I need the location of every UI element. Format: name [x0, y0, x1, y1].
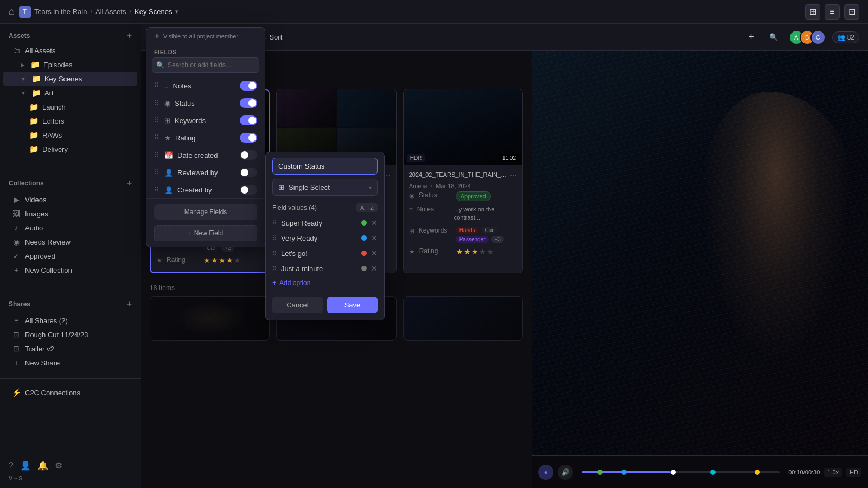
fields-panel-footer: Manage Fields [146, 198, 265, 225]
drag-handle-keywords: ⠿ [154, 117, 159, 124]
profile-icon[interactable]: 👤 [20, 460, 31, 471]
field-item-date-created[interactable]: ⠿ 📅 Date created [146, 146, 265, 164]
home-icon[interactable]: ⌂ [9, 6, 15, 17]
member-count-badge[interactable]: 👥 82 [832, 31, 859, 43]
breadcrumb-project: Tears in the Rain [34, 8, 87, 16]
value-dot-1[interactable] [361, 220, 367, 226]
value-close-3[interactable]: ✕ [371, 249, 378, 258]
sidebar-item-audio[interactable]: ♪ Audio [3, 221, 137, 235]
field-item-reviewed-by[interactable]: ⠿ 👤 Reviewed by [146, 164, 265, 181]
settings-icon[interactable]: ⚙ [55, 460, 62, 471]
help-icon[interactable]: ? [9, 461, 14, 471]
manage-fields-button[interactable]: Manage Fields [154, 204, 257, 220]
value-dot-3[interactable] [361, 251, 367, 256]
sidebar-item-rough-cut[interactable]: ⊡ Rough Cut 11/24/23 [3, 328, 137, 342]
asset-card-3[interactable]: HDR 11:02 2024_02_TEARS_IN_THE_RAIN_CAR_… [403, 89, 523, 273]
value-dot-4[interactable] [361, 266, 367, 271]
timecode-current: 00:10 [788, 469, 803, 476]
play-button[interactable]: ● [538, 465, 553, 480]
sidebar-item-new-collection[interactable]: + New Collection [3, 263, 137, 277]
dialog-type-select[interactable]: ⊞ Single Select ▾ [272, 179, 378, 196]
cancel-button[interactable]: Cancel [272, 297, 323, 313]
sidebar-item-trailer-v2[interactable]: ⊡ Trailer v2 [3, 342, 137, 356]
sidebar-item-images[interactable]: 🖼 Images [3, 207, 137, 221]
asset-more-3[interactable]: ··· [510, 171, 517, 181]
asset-card-4[interactable] [150, 296, 270, 341]
sidebar-item-raws[interactable]: 📁 RAWs [3, 128, 137, 142]
top-nav-right: ⊞ ≡ ⊡ [805, 4, 859, 20]
audio-label: Audio [25, 224, 43, 232]
notifications-icon[interactable]: 🔔 [37, 460, 48, 471]
delivery-icon: 📁 [29, 145, 38, 153]
keywords-icon-3: ⊞ [409, 227, 414, 235]
reviewed-toggle[interactable] [240, 168, 257, 177]
field-item-created-by[interactable]: ⠿ 👤 Created by [146, 181, 265, 198]
custom-status-name-input[interactable] [272, 158, 378, 175]
fields-search-input[interactable] [152, 57, 259, 73]
tag-extra-3: +3 [491, 236, 503, 243]
volume-button[interactable]: 🔊 [558, 465, 573, 480]
approved-icon: ✓ [12, 252, 21, 260]
value-close-4[interactable]: ✕ [371, 264, 378, 273]
breadcrumb-all-assets[interactable]: All Assets [95, 8, 126, 16]
notes-toggle[interactable] [240, 81, 257, 91]
sidebar-item-editors[interactable]: 📁 Editors [3, 114, 137, 128]
rain-streaks [532, 51, 868, 455]
sidebar-item-episodes[interactable]: ▶ 📁 Episodes [3, 57, 137, 72]
view-btn-3[interactable]: ⊡ [844, 4, 859, 20]
value-drag-4: ⠿ [272, 265, 277, 272]
sidebar-item-c2c[interactable]: ⚡ C2C Connections [3, 386, 137, 400]
created-toggle[interactable] [240, 185, 257, 195]
status-toggle[interactable] [240, 98, 257, 108]
add-button[interactable]: + [744, 29, 758, 45]
breadcrumb-key-scenes[interactable]: Key Scenes [135, 8, 172, 16]
needs-review-icon: ◉ [12, 237, 21, 246]
keywords-toggle[interactable] [240, 115, 257, 125]
value-close-1[interactable]: ✕ [371, 219, 378, 227]
date-toggle[interactable] [240, 150, 257, 160]
save-button[interactable]: Save [327, 297, 378, 313]
breadcrumb-sep1: / [90, 8, 92, 16]
field-item-notes[interactable]: ⠿ ≡ Notes [146, 77, 265, 94]
view-btn-1[interactable]: ⊞ [805, 4, 820, 20]
sidebar-item-new-share[interactable]: + New Share [3, 356, 137, 370]
add-asset-button[interactable]: + [127, 31, 132, 40]
field-item-rating[interactable]: ⠿ ★ Rating [146, 129, 265, 146]
sidebar-item-all-assets[interactable]: 🗂 All Assets [3, 43, 137, 57]
az-sort-button[interactable]: A→Z [356, 203, 378, 212]
timeline[interactable] [582, 471, 780, 473]
rough-cut-icon: ⊡ [12, 330, 21, 339]
value-item-lets-go: ⠿ Let's go! ✕ [266, 246, 384, 261]
sidebar-item-approved[interactable]: ✓ Approved [3, 249, 137, 263]
episodes-label: Episodes [43, 61, 72, 69]
field-item-keywords[interactable]: ⠿ ⊞ Keywords [146, 112, 265, 129]
sidebar-item-needs-review[interactable]: ◉ Needs Review [3, 235, 137, 249]
value-dot-2[interactable] [361, 235, 367, 241]
rating-toggle[interactable] [240, 133, 257, 143]
sidebar-item-art[interactable]: ▼ 📁 Art [3, 86, 137, 100]
new-field-button[interactable]: + New Field [154, 225, 257, 241]
field-item-status[interactable]: ⠿ ◉ Status [146, 94, 265, 112]
value-close-2[interactable]: ✕ [371, 234, 378, 242]
sidebar-item-key-scenes[interactable]: ▼ 📁 Key Scenes [3, 72, 137, 86]
asset-author-3: Amelia [409, 183, 427, 189]
asset-card-6[interactable] [403, 296, 523, 341]
notes-icon-3: ≡ [409, 206, 413, 214]
field-keywords-3: ⊞ Keywords Hands Car Passenger +3 [409, 224, 517, 245]
right-panel: ● 🔊 00:10/00:30 1.0x [532, 51, 868, 488]
rating-icon-1: ★ [156, 256, 162, 264]
c2c-icon: ⚡ [12, 388, 21, 397]
sidebar-item-launch[interactable]: 📁 Launch [3, 100, 137, 114]
add-share-button[interactable]: + [127, 299, 132, 309]
sidebar-item-videos[interactable]: ▶ Videos [3, 192, 137, 207]
sidebar-item-delivery[interactable]: 📁 Delivery [3, 142, 137, 156]
search-button[interactable]: 🔍 [763, 30, 784, 44]
images-icon: 🖼 [12, 209, 21, 218]
add-option-button[interactable]: + Add option [266, 276, 384, 292]
add-collection-button[interactable]: + [127, 178, 132, 188]
speed-badge[interactable]: 1.0x [824, 468, 842, 477]
chevron-down-icon[interactable]: ▾ [175, 8, 178, 15]
stars-3: ★★★★★ [456, 247, 494, 256]
sidebar-item-all-shares[interactable]: ≡ All Shares (2) [3, 313, 137, 328]
view-btn-2[interactable]: ≡ [825, 4, 840, 20]
